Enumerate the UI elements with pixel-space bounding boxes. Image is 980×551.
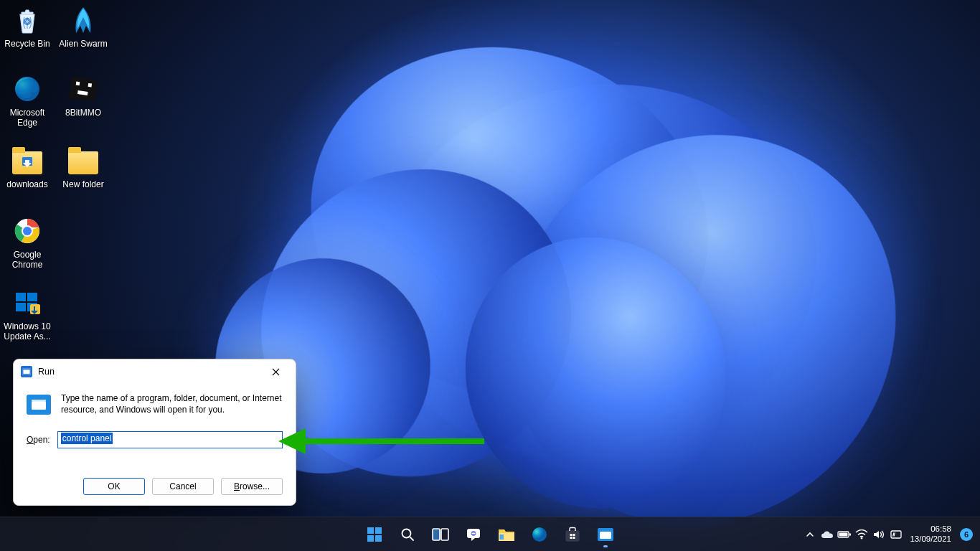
folder-icon <box>67 145 99 176</box>
run-titlebar[interactable]: Run <box>14 359 296 384</box>
input-indicator-tray-icon[interactable] <box>888 520 904 549</box>
svg-rect-20 <box>367 527 374 534</box>
desktop-icon-windows-update-assistant[interactable]: Windows 10 Update As... <box>0 287 55 342</box>
svg-rect-11 <box>27 293 37 301</box>
svg-rect-12 <box>16 303 26 311</box>
desktop-icon-label: Recycle Bin <box>0 39 55 49</box>
file-explorer-icon <box>497 527 516 542</box>
svg-point-33 <box>532 527 547 542</box>
run-title-icon <box>21 366 32 377</box>
svg-point-44 <box>861 537 862 539</box>
svg-rect-4 <box>88 83 92 88</box>
svg-rect-3 <box>76 82 80 86</box>
taskbar: 06:58 13/09/2021 6 <box>0 517 980 551</box>
svg-rect-26 <box>433 529 440 540</box>
browse-button[interactable]: Browse... <box>221 478 283 495</box>
alien-swarm-icon <box>67 4 99 36</box>
wifi-tray-icon[interactable] <box>854 520 870 549</box>
desktop-icon-google-chrome[interactable]: Google Chrome <box>0 215 55 270</box>
svg-rect-43 <box>839 532 848 536</box>
svg-rect-36 <box>573 534 575 536</box>
taskbar-center <box>360 517 620 551</box>
start-button[interactable] <box>360 520 389 549</box>
svg-rect-40 <box>600 532 611 539</box>
svg-rect-18 <box>32 401 46 410</box>
desktop-icon-8bitmmo[interactable]: 8BitMMO <box>56 73 110 118</box>
task-view-button[interactable] <box>426 520 455 549</box>
desktop-icon-new-folder[interactable]: New folder <box>56 145 110 189</box>
close-icon <box>272 368 280 376</box>
close-button[interactable] <box>261 362 290 382</box>
svg-rect-37 <box>570 537 573 539</box>
svg-point-9 <box>23 227 32 235</box>
ok-button[interactable]: OK <box>83 478 145 495</box>
desktop-icon-label: Alien Swarm <box>56 39 110 49</box>
show-hidden-icons-button[interactable] <box>802 520 818 549</box>
microsoft-store-button[interactable] <box>558 520 587 549</box>
search-icon <box>400 527 415 542</box>
run-app-icon <box>27 395 51 415</box>
svg-rect-2 <box>69 77 98 102</box>
open-input[interactable]: control panel <box>57 431 283 448</box>
desktop-icon-downloads[interactable]: downloads <box>0 145 55 189</box>
battery-icon <box>837 530 852 539</box>
desktop-icon-label: 8BitMMO <box>56 108 110 118</box>
svg-rect-38 <box>573 537 575 539</box>
task-view-icon <box>432 527 449 542</box>
chat-icon <box>466 527 481 542</box>
volume-icon <box>872 529 885 540</box>
desktop-icon-label: Microsoft Edge <box>0 108 55 128</box>
desktop-icon-alien-swarm[interactable]: Alien Swarm <box>56 4 110 49</box>
notifications-count: 6 <box>964 530 969 539</box>
input-indicator-icon <box>890 529 902 540</box>
wifi-icon <box>855 529 868 540</box>
svg-rect-32 <box>500 534 504 540</box>
recycle-bin-icon <box>11 4 43 36</box>
8bitmmo-icon <box>67 73 99 105</box>
svg-line-25 <box>410 537 413 540</box>
chevron-up-icon <box>806 530 814 539</box>
run-title-text: Run <box>38 367 55 377</box>
svg-rect-10 <box>16 293 26 301</box>
downloads-folder-icon <box>11 145 43 176</box>
svg-rect-34 <box>566 531 579 541</box>
run-app-button[interactable] <box>591 520 620 549</box>
onedrive-tray-icon[interactable] <box>819 520 835 549</box>
run-dialog: Run Type the name of a program, folder, … <box>13 359 296 506</box>
svg-rect-27 <box>441 529 448 540</box>
svg-rect-16 <box>24 370 30 375</box>
svg-rect-45 <box>891 531 901 538</box>
store-icon <box>564 526 581 543</box>
open-input-value: control panel <box>61 433 113 444</box>
notifications-button[interactable]: 6 <box>960 528 973 541</box>
svg-rect-42 <box>849 533 851 535</box>
desktop-icon-label: downloads <box>0 179 55 189</box>
desktop-icon-label: Google Chrome <box>0 250 55 270</box>
windows-logo-icon <box>366 526 383 543</box>
open-label: Open: <box>27 435 50 445</box>
edge-button[interactable] <box>525 520 554 549</box>
desktop-icon-recycle-bin[interactable]: Recycle Bin <box>0 4 55 49</box>
svg-rect-19 <box>32 400 46 402</box>
chat-button[interactable] <box>459 520 488 549</box>
svg-rect-21 <box>375 527 382 534</box>
clock-time: 06:58 <box>910 524 951 534</box>
battery-tray-icon[interactable] <box>837 520 852 549</box>
taskbar-tray: 06:58 13/09/2021 6 <box>802 517 980 551</box>
run-description: Type the name of a program, folder, docu… <box>61 392 283 415</box>
desktop-icon-label: New folder <box>56 179 110 189</box>
edge-icon <box>531 526 548 543</box>
cancel-button[interactable]: Cancel <box>152 478 214 495</box>
taskbar-clock[interactable]: 06:58 13/09/2021 <box>905 524 956 545</box>
volume-tray-icon[interactable] <box>871 520 887 549</box>
svg-rect-35 <box>570 534 573 536</box>
chrome-icon <box>11 215 43 247</box>
svg-rect-30 <box>472 532 476 534</box>
windows-update-icon <box>11 287 43 319</box>
search-button[interactable] <box>393 520 422 549</box>
run-taskbar-icon <box>597 527 614 542</box>
edge-icon <box>11 73 43 105</box>
desktop-icon-microsoft-edge[interactable]: Microsoft Edge <box>0 73 55 128</box>
file-explorer-button[interactable] <box>492 520 521 549</box>
desktop-icon-label: Windows 10 Update As... <box>0 321 55 342</box>
